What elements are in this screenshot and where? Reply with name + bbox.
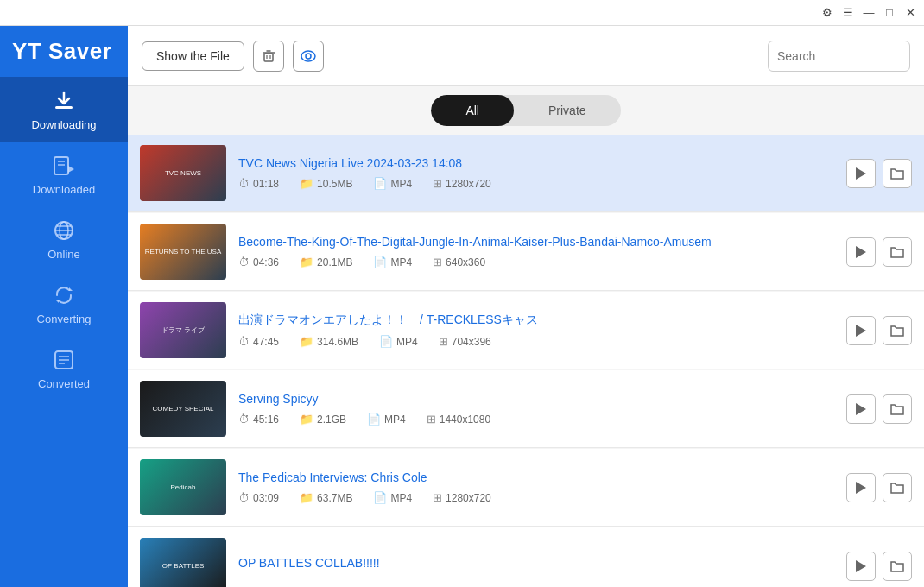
duration-5: ⏱ 03:09	[238, 491, 279, 504]
clock-icon: ⏱	[238, 177, 250, 190]
thumb-label-4: COMEDY SPECIAL	[149, 401, 218, 416]
toolbar: Show the File	[128, 26, 924, 86]
file-info-4: Serving Spicyy ⏱ 45:16 📁 2.1GB 📄 MP4 ⊞ 1…	[238, 392, 834, 426]
format-icon: 📄	[379, 335, 393, 348]
folder-button-4[interactable]	[883, 394, 912, 424]
duration-4: ⏱ 45:16	[238, 413, 279, 426]
file-row-6[interactable]: OP BATTLES OP BATTLES COLLAB!!!!!	[128, 527, 924, 587]
format-2: 📄 MP4	[373, 256, 412, 268]
folder-button-2[interactable]	[883, 237, 912, 267]
res-icon: ⊞	[433, 491, 442, 504]
minimize-button[interactable]: —	[858, 3, 879, 23]
thumb-label-6: OP BATTLES	[159, 559, 208, 573]
file-icon: 📁	[300, 256, 313, 268]
online-icon	[50, 217, 78, 244]
converted-label: Converted	[38, 377, 90, 390]
play-button-2[interactable]	[846, 237, 876, 267]
file-row-2[interactable]: RETURNS TO THE USA Become-The-King-Of-Th…	[128, 213, 924, 291]
file-info-3: 出演ドラマオンエアしたよ！！ / T-RECKLESSキャス ⏱ 47:45 📁…	[238, 312, 834, 348]
file-row-4[interactable]: COMEDY SPECIAL Serving Spicyy ⏱ 45:16 📁 …	[128, 370, 924, 448]
file-thumb-2: RETURNS TO THE USA	[140, 224, 226, 280]
file-title-5: The Pedicab Interviews: Chris Cole	[238, 470, 756, 484]
res-icon: ⊞	[433, 256, 442, 268]
play-button-6[interactable]	[846, 552, 876, 581]
file-thumb-6: OP BATTLES	[140, 538, 226, 587]
resolution-1: ⊞ 1280x720	[433, 177, 491, 190]
downloaded-icon	[50, 152, 78, 180]
tab-all[interactable]: All	[431, 95, 514, 126]
file-actions-4	[846, 394, 912, 424]
file-row-5[interactable]: Pedicab The Pedicab Interviews: Chris Co…	[128, 449, 924, 527]
file-icon: 📁	[300, 413, 313, 426]
file-thumb-3: ドラマ ライブ	[140, 302, 226, 358]
play-button-5[interactable]	[846, 473, 876, 502]
sidebar-item-downloaded[interactable]: Downloaded	[0, 142, 128, 206]
file-icon: 📁	[300, 177, 313, 190]
file-meta-2: ⏱ 04:36 📁 20.1MB 📄 MP4 ⊞ 640x360	[238, 256, 834, 268]
svg-marker-26	[856, 403, 866, 415]
clock-icon: ⏱	[238, 256, 250, 268]
format-4: 📄 MP4	[367, 413, 406, 426]
show-file-button[interactable]: Show the File	[142, 41, 244, 71]
size-1: 📁 10.5MB	[300, 177, 352, 190]
sidebar-item-downloading[interactable]: Downloading	[0, 77, 128, 142]
maximize-button[interactable]: □	[879, 3, 900, 23]
folder-button-5[interactable]	[883, 473, 912, 502]
duration-1: ⏱ 01:18	[238, 177, 279, 190]
folder-button-1[interactable]	[883, 159, 912, 188]
download-icon	[50, 87, 78, 115]
file-info-5: The Pedicab Interviews: Chris Cole ⏱ 03:…	[238, 470, 834, 504]
resolution-5: ⊞ 1280x720	[433, 491, 491, 504]
duration-2: ⏱ 04:36	[238, 256, 279, 268]
tab-bar: All Private	[128, 86, 924, 134]
clock-icon: ⏱	[238, 335, 250, 348]
svg-rect-16	[264, 54, 273, 61]
format-icon: 📄	[373, 256, 387, 268]
converted-icon	[50, 346, 78, 374]
res-icon: ⊞	[427, 413, 436, 426]
sidebar-item-converted[interactable]: Converted	[0, 336, 128, 401]
format-icon: 📄	[373, 491, 387, 504]
file-meta-1: ⏱ 01:18 📁 10.5MB 📄 MP4 ⊞ 1280x720	[238, 177, 834, 190]
gear-button[interactable]: ⚙	[817, 3, 838, 23]
sidebar-item-online[interactable]: Online	[0, 206, 128, 271]
size-5: 📁 63.7MB	[300, 491, 352, 504]
svg-marker-28	[856, 560, 866, 572]
clock-icon: ⏱	[238, 491, 250, 504]
format-3: 📄 MP4	[379, 335, 418, 348]
size-2: 📁 20.1MB	[300, 256, 352, 268]
file-title-1: TVC News Nigeria Live 2024-03-23 14:08	[238, 156, 756, 170]
duration-3: ⏱ 47:45	[238, 335, 279, 348]
res-icon: ⊞	[433, 177, 442, 190]
close-button[interactable]: ✕	[900, 3, 921, 23]
size-3: 📁 314.6MB	[300, 335, 358, 348]
eye-button[interactable]	[293, 41, 324, 72]
app-title: YT Saver	[0, 26, 128, 77]
converting-label: Converting	[37, 312, 92, 325]
title-bar: ⚙ ☰ — □ ✕	[0, 0, 924, 26]
search-input[interactable]	[768, 41, 910, 72]
sidebar-item-converting[interactable]: Converting	[0, 271, 128, 336]
content-area: Show the File	[128, 26, 924, 587]
clock-icon: ⏱	[238, 413, 250, 426]
play-button-3[interactable]	[846, 316, 876, 345]
format-5: 📄 MP4	[373, 491, 412, 504]
file-row-1[interactable]: TVC NEWS TVC News Nigeria Live 2024-03-2…	[128, 135, 924, 212]
format-icon: 📄	[367, 413, 381, 426]
resolution-4: ⊞ 1440x1080	[427, 413, 490, 426]
menu-button[interactable]: ☰	[838, 3, 858, 23]
play-button-1[interactable]	[846, 159, 876, 188]
file-actions-1	[846, 159, 912, 188]
folder-button-6[interactable]	[883, 552, 912, 581]
file-thumb-5: Pedicab	[140, 459, 226, 515]
format-icon: 📄	[373, 177, 387, 190]
file-row-3[interactable]: ドラマ ライブ 出演ドラマオンエアしたよ！！ / T-RECKLESSキャス ⏱…	[128, 292, 924, 369]
size-4: 📁 2.1GB	[300, 413, 346, 426]
tab-private[interactable]: Private	[514, 95, 621, 126]
file-info-1: TVC News Nigeria Live 2024-03-23 14:08 ⏱…	[238, 156, 834, 190]
app-body: YT Saver Downloading Downloaded	[0, 26, 924, 587]
svg-marker-11	[55, 300, 59, 303]
delete-button[interactable]	[253, 41, 284, 72]
play-button-4[interactable]	[846, 394, 876, 424]
folder-button-3[interactable]	[883, 316, 912, 345]
